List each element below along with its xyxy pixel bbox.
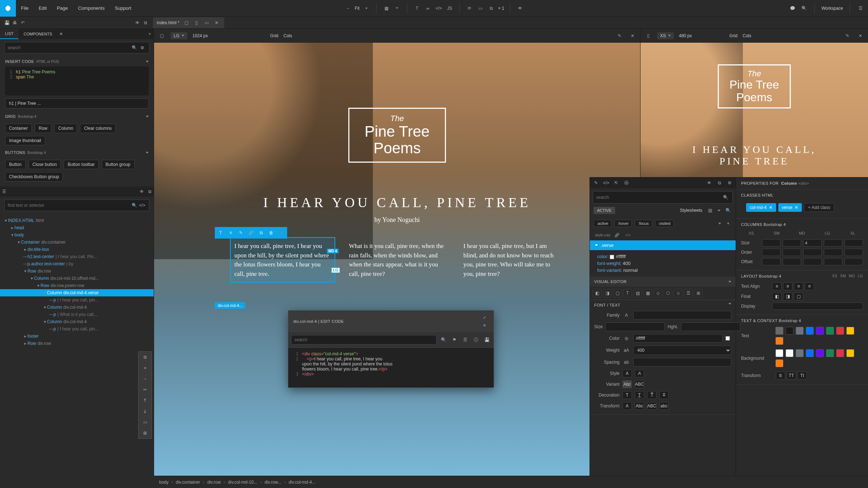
- float-right[interactable]: ◨: [783, 292, 792, 300]
- text-tool-icon[interactable]: T: [413, 4, 421, 12]
- link-icon[interactable]: 🔗: [246, 228, 256, 237]
- delete-icon[interactable]: 🗑: [267, 228, 276, 237]
- device-icon[interactable]: ▯: [644, 32, 652, 40]
- code-icon[interactable]: </>: [602, 179, 610, 187]
- wordpress-icon[interactable]: ⓦ: [622, 179, 630, 187]
- crumb[interactable]: div.row: [207, 480, 221, 485]
- pseudo-visited[interactable]: :visited: [655, 220, 674, 227]
- ve-icon[interactable]: ▦: [643, 289, 652, 297]
- color-swatch[interactable]: [775, 359, 783, 367]
- tree-row[interactable]: ▸Row div.row: [0, 340, 154, 347]
- tree-row[interactable]: ▾Row div.row: [0, 267, 154, 275]
- tree-row[interactable]: ▾Column div.col-md-4: [0, 304, 154, 311]
- ve-icon[interactable]: ⬡: [664, 289, 672, 297]
- insert-before-icon[interactable]: ⤒: [139, 395, 152, 406]
- style-normal[interactable]: A: [622, 369, 632, 377]
- color-swatch[interactable]: [775, 337, 783, 345]
- cut-icon[interactable]: ✂: [139, 384, 152, 395]
- ve-icon[interactable]: ⎅: [674, 289, 682, 297]
- btn-column[interactable]: Column: [54, 124, 77, 133]
- zoom-in-icon[interactable]: +: [362, 4, 370, 12]
- search-icon[interactable]: 🔍: [439, 336, 447, 344]
- crumb[interactable]: div.col-md-4...: [289, 480, 315, 485]
- height-input[interactable]: [681, 322, 740, 331]
- tree-row[interactable]: ▾body: [0, 231, 154, 239]
- export-icon[interactable]: ⇱: [612, 179, 620, 187]
- save-icon[interactable]: 💾: [3, 19, 11, 27]
- size-md[interactable]: [803, 239, 822, 247]
- dec-none[interactable]: T: [622, 391, 632, 399]
- stylesheets-label[interactable]: Stylesheets: [680, 208, 702, 213]
- add-tab-icon[interactable]: +: [146, 30, 154, 38]
- desktop-icon[interactable]: ▢: [182, 19, 190, 27]
- dec-strike[interactable]: T: [659, 391, 669, 399]
- color-swatch[interactable]: [826, 349, 834, 357]
- tr-lower[interactable]: abc: [659, 402, 669, 410]
- btn-button-group[interactable]: Button group: [102, 160, 135, 169]
- float-none[interactable]: ▢: [794, 292, 803, 300]
- panels-icon[interactable]: ☰: [856, 4, 864, 12]
- align-justify[interactable]: ≡: [805, 282, 814, 290]
- prop-font-variant[interactable]: font-variant: normal: [597, 267, 728, 274]
- device-icon[interactable]: ▢: [158, 32, 166, 40]
- search-icon[interactable]: 🔍: [722, 193, 729, 201]
- edit-code-search[interactable]: [291, 335, 437, 344]
- color-swatch[interactable]: [836, 349, 844, 357]
- prop-color[interactable]: color: #ffffff: [597, 253, 728, 260]
- color-swatch[interactable]: [836, 327, 844, 335]
- flag-icon[interactable]: ⚑: [450, 336, 458, 344]
- ve-icon[interactable]: ☰: [684, 289, 693, 297]
- tab-list[interactable]: LIST: [0, 29, 18, 39]
- add-class[interactable]: + Add class: [804, 203, 834, 212]
- active-pill[interactable]: ACTIVE: [593, 207, 615, 214]
- btn-image-thumbnail[interactable]: Image thumbnail: [5, 136, 45, 145]
- app-logo[interactable]: [0, 0, 16, 17]
- tr-upper[interactable]: ABC: [647, 402, 656, 410]
- menu-file[interactable]: File: [16, 0, 34, 17]
- variant-normal[interactable]: Abc: [622, 380, 632, 388]
- eye-icon[interactable]: 👁: [133, 19, 141, 27]
- order-sm[interactable]: [783, 249, 801, 256]
- insert-code-editor[interactable]: 1h1 Pine Tree Poems 2 span The: [5, 67, 149, 95]
- text-icon[interactable]: T: [216, 228, 225, 237]
- size-xs[interactable]: [762, 239, 780, 247]
- align-right[interactable]: ≡: [794, 282, 803, 290]
- btn-close-button[interactable]: Close button: [29, 160, 61, 169]
- prop-font-weight[interactable]: font-weight: 400: [597, 260, 728, 267]
- tree-row[interactable]: ▾Column div.col-md-4.verse: [0, 289, 154, 296]
- search-icon[interactable]: 🔍: [724, 206, 732, 214]
- menu-support[interactable]: Support: [110, 0, 136, 17]
- tab-components[interactable]: COMPONENTS: [18, 29, 57, 39]
- crumb[interactable]: body: [159, 480, 169, 485]
- insert-after-icon[interactable]: ⤓: [139, 406, 152, 417]
- offset-md[interactable]: [803, 258, 822, 265]
- link-icon[interactable]: ⫘: [424, 4, 432, 12]
- copy-icon[interactable]: ⧉: [139, 352, 152, 363]
- offset-lg[interactable]: [824, 258, 842, 265]
- device-selector-lg[interactable]: LG: [171, 32, 187, 39]
- display-input[interactable]: [772, 303, 863, 310]
- ve-icon[interactable]: ◇: [654, 289, 662, 297]
- tree-search-input[interactable]: [8, 203, 130, 208]
- btn-checkboxes-button-group[interactable]: Checkboxes Button group: [5, 172, 63, 181]
- color-swatch[interactable]: [826, 327, 834, 335]
- btn-row[interactable]: Row: [35, 124, 51, 133]
- tree-row[interactable]: ▾INDEX.HTML html: [0, 217, 154, 224]
- save-icon[interactable]: 💾: [483, 336, 491, 344]
- offset-xl[interactable]: [844, 258, 863, 265]
- tree-row[interactable]: —p | What is it you call,...: [0, 311, 154, 318]
- color-swatch[interactable]: [806, 327, 814, 335]
- undo-icon[interactable]: ↶: [19, 19, 27, 27]
- wrap-icon[interactable]: ▭: [139, 417, 152, 428]
- style-search[interactable]: [596, 193, 722, 201]
- color-input[interactable]: [633, 334, 723, 343]
- crumb[interactable]: div.row...: [264, 480, 281, 485]
- buttons-section[interactable]: BUTTONSBootstrap 4: [0, 147, 154, 158]
- verse-3[interactable]: I hear you call, pine tree, but I am bli…: [460, 238, 563, 282]
- picker-icon[interactable]: ◎: [622, 334, 630, 342]
- tr-2[interactable]: TT: [787, 372, 796, 380]
- tree-row[interactable]: ▾Column div.col-md-4: [0, 318, 154, 325]
- browser-icon[interactable]: ▭: [476, 4, 484, 12]
- edit-icon[interactable]: ✎: [843, 32, 851, 40]
- close-viewport-icon[interactable]: ✕: [629, 32, 637, 40]
